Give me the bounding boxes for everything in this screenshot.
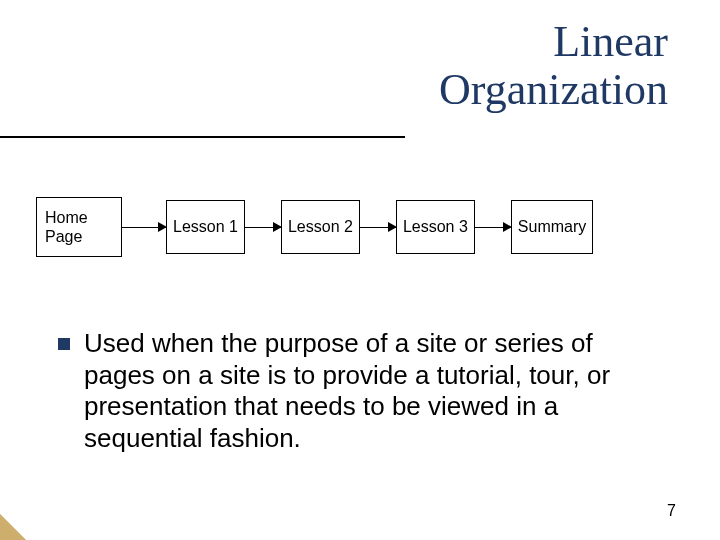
page-corner-icon <box>0 514 26 540</box>
diagram-node-home: Home Page <box>36 197 122 257</box>
arrow-icon <box>245 227 281 228</box>
title-line-1: Linear <box>439 18 668 66</box>
body-paragraph: Used when the purpose of a site or serie… <box>84 328 668 455</box>
slide-title: Linear Organization <box>439 18 668 115</box>
arrow-icon <box>360 227 396 228</box>
page-number: 7 <box>667 502 676 520</box>
linear-diagram: Home Page Lesson 1 Lesson 2 Lesson 3 Sum… <box>36 182 684 272</box>
title-underline <box>0 136 405 138</box>
square-bullet-icon <box>58 338 70 350</box>
arrow-icon <box>122 227 166 228</box>
diagram-node-lesson3: Lesson 3 <box>396 200 475 253</box>
arrow-icon <box>475 227 511 228</box>
title-line-2: Organization <box>439 66 668 114</box>
diagram-node-summary: Summary <box>511 200 593 253</box>
diagram-node-lesson2: Lesson 2 <box>281 200 360 253</box>
diagram-node-lesson1: Lesson 1 <box>166 200 245 253</box>
body-bullet-item: Used when the purpose of a site or serie… <box>58 328 668 455</box>
